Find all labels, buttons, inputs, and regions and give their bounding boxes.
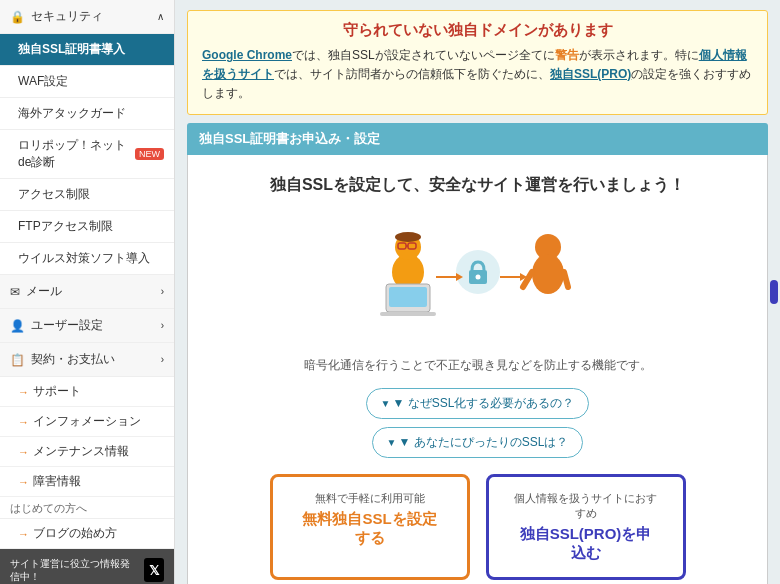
svg-point-17 — [532, 254, 564, 294]
chrome-link[interactable]: Google Chrome — [202, 48, 292, 62]
mail-icon: ✉ — [10, 285, 20, 299]
sidebar-contract-label: 契約・お支払い — [31, 351, 115, 368]
sidebar-link-blog[interactable]: ブログの始め方 — [0, 519, 174, 549]
accordion-btn-why[interactable]: ▼ ▼ なぜSSL化する必要があるの？ — [366, 388, 590, 419]
sidebar-section-mail[interactable]: ✉ メール › — [0, 275, 174, 309]
chevron-mail-icon: › — [161, 286, 164, 297]
user-icon: 👤 — [10, 319, 25, 333]
main-content: 守られていない独自ドメインがあります Google Chromeでは、独自SSL… — [175, 0, 780, 584]
warning-banner: 守られていない独自ドメインがあります Google Chromeでは、独自SSL… — [187, 10, 768, 115]
svg-rect-8 — [380, 312, 436, 316]
sidebar-link-support[interactable]: サポート — [0, 377, 174, 407]
sidebar-item-waf[interactable]: WAF設定 — [0, 66, 174, 98]
svg-line-19 — [564, 272, 568, 287]
sidebar-item-overseas[interactable]: 海外アタックガード — [0, 98, 174, 130]
sidebar-section-security[interactable]: 🔒 セキュリティ ∧ — [0, 0, 174, 34]
sidebar-item-ssl[interactable]: 独自SSL証明書導入 — [0, 34, 174, 66]
cta-pro-label: 個人情報を扱うサイトにおすすめ — [513, 491, 659, 521]
cta-free-button[interactable]: 無料で手軽に利用可能 無料独自SSLを設定する — [270, 474, 470, 580]
svg-point-11 — [475, 274, 480, 279]
sidebar-section-user[interactable]: 👤 ユーザー設定 › — [0, 309, 174, 343]
ssl-section-title: 独自SSL証明書お申込み・設定 — [187, 123, 768, 155]
sidebar-security-label: セキュリティ — [31, 8, 103, 25]
cta-free-main: 無料独自SSLを設定する — [302, 510, 436, 546]
sidebar: 🔒 セキュリティ ∧ 独自SSL証明書導入 WAF設定 海外アタックガード ロリ… — [0, 0, 175, 584]
sidebar-link-info[interactable]: インフォメーション — [0, 407, 174, 437]
sidebar-item-lollipop[interactable]: ロリポップ！ネットde診断 NEW — [0, 130, 174, 179]
beginners-label: はじめての方へ — [0, 497, 174, 519]
x-twitter-icon[interactable]: 𝕏 — [144, 558, 164, 582]
chevron-icon: ∧ — [157, 11, 164, 22]
sidebar-item-access[interactable]: アクセス制限 — [0, 179, 174, 211]
chevron-user-icon: › — [161, 320, 164, 331]
sidebar-item-ftp[interactable]: FTPアクセス制限 — [0, 211, 174, 243]
cta-pro-main: 独自SSL(PRO)を申込む — [520, 525, 652, 561]
sidebar-section-contract[interactable]: 📋 契約・お支払い › — [0, 343, 174, 377]
cta-pro-button[interactable]: 個人情報を扱うサイトにおすすめ 独自SSL(PRO)を申込む — [486, 474, 686, 580]
sidebar-link-maintenance[interactable]: メンテナンス情報 — [0, 437, 174, 467]
shield-icon: 🔒 — [10, 10, 25, 24]
sidebar-mail-label: メール — [26, 283, 62, 300]
warning-text: Google Chromeでは、独自SSLが設定されていないページ全てに警告が表… — [202, 46, 753, 104]
ssl-main-title: 独自SSLを設定して、安全なサイト運営を行いましょう！ — [204, 175, 751, 196]
ssl-description: 暗号化通信を行うことで不正な覗き見などを防止する機能です。 — [204, 357, 751, 374]
ssl-section: 独自SSL証明書お申込み・設定 独自SSLを設定して、安全なサイト運営を行いまし… — [187, 123, 768, 584]
ssl-content: 独自SSLを設定して、安全なサイト運営を行いましょう！ — [187, 155, 768, 584]
social-text: サイト運営に役立つ情報発信中！ — [10, 557, 136, 583]
cta-free-label: 無料で手軽に利用可能 — [297, 491, 443, 506]
new-badge: NEW — [135, 148, 164, 160]
triangle-icon-2: ▼ — [387, 437, 397, 448]
scroll-indicator[interactable] — [770, 280, 778, 304]
contract-icon: 📋 — [10, 353, 25, 367]
sidebar-item-virus[interactable]: ウイルス対策ソフト導入 — [0, 243, 174, 275]
sidebar-user-label: ユーザー設定 — [31, 317, 103, 334]
svg-rect-7 — [389, 287, 427, 307]
chevron-contract-icon: › — [161, 354, 164, 365]
triangle-icon-1: ▼ — [381, 398, 391, 409]
sidebar-link-trouble[interactable]: 障害情報 — [0, 467, 174, 497]
accordion-btn-which[interactable]: ▼ ▼ あなたにぴったりのSSLは？ — [372, 427, 584, 458]
svg-line-18 — [523, 272, 532, 287]
svg-point-5 — [395, 232, 421, 242]
ssl-illustration — [204, 212, 751, 345]
cta-row: 無料で手軽に利用可能 無料独自SSLを設定する 個人情報を扱うサイトにおすすめ … — [204, 474, 751, 580]
warning-title: 守られていない独自ドメインがあります — [202, 21, 753, 40]
social-bar: サイト運営に役立つ情報発信中！ 𝕏 — [0, 549, 174, 584]
